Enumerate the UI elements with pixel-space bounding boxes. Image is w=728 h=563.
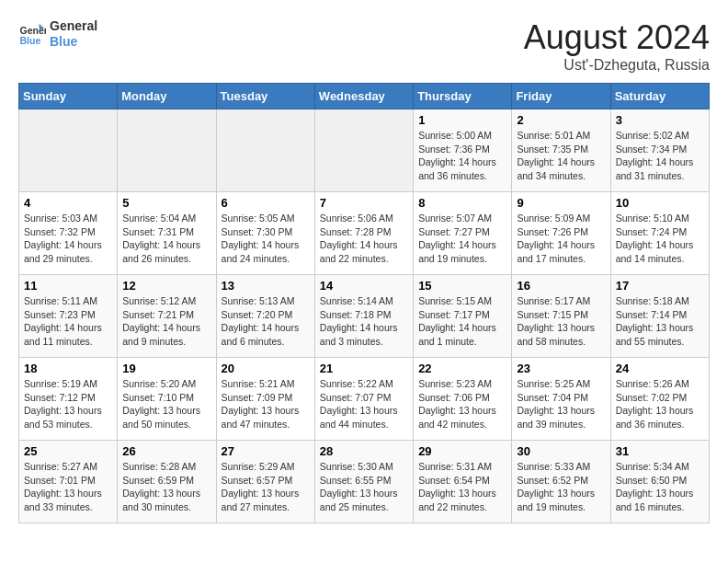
week-row-2: 4Sunrise: 5:03 AM Sunset: 7:32 PM Daylig… xyxy=(19,192,710,275)
calendar-cell: 6Sunrise: 5:05 AM Sunset: 7:30 PM Daylig… xyxy=(216,192,314,275)
day-info: Sunrise: 5:13 AM Sunset: 7:20 PM Dayligh… xyxy=(222,294,310,349)
calendar-cell: 19Sunrise: 5:20 AM Sunset: 7:10 PM Dayli… xyxy=(118,358,216,441)
logo-blue: Blue xyxy=(50,34,97,50)
calendar-cell: 25Sunrise: 5:27 AM Sunset: 7:01 PM Dayli… xyxy=(19,441,118,523)
day-info: Sunrise: 5:11 AM Sunset: 7:23 PM Dayligh… xyxy=(24,294,112,349)
day-number: 30 xyxy=(517,444,605,458)
calendar-cell: 1Sunrise: 5:00 AM Sunset: 7:36 PM Daylig… xyxy=(414,109,512,192)
calendar-cell: 15Sunrise: 5:15 AM Sunset: 7:17 PM Dayli… xyxy=(414,275,512,358)
calendar-cell: 10Sunrise: 5:10 AM Sunset: 7:24 PM Dayli… xyxy=(610,192,709,275)
calendar-cell: 22Sunrise: 5:23 AM Sunset: 7:06 PM Dayli… xyxy=(414,358,512,441)
calendar-cell: 24Sunrise: 5:26 AM Sunset: 7:02 PM Dayli… xyxy=(610,358,709,441)
dow-sunday: Sunday xyxy=(19,84,118,109)
calendar-cell xyxy=(19,109,118,192)
calendar-table: SundayMondayTuesdayWednesdayThursdayFrid… xyxy=(18,83,710,523)
day-info: Sunrise: 5:27 AM Sunset: 7:01 PM Dayligh… xyxy=(24,460,112,514)
day-number: 15 xyxy=(418,279,506,293)
day-number: 16 xyxy=(517,279,605,293)
dow-friday: Friday xyxy=(512,84,610,109)
day-number: 13 xyxy=(222,279,310,293)
day-info: Sunrise: 5:04 AM Sunset: 7:31 PM Dayligh… xyxy=(122,212,210,266)
calendar-cell: 18Sunrise: 5:19 AM Sunset: 7:12 PM Dayli… xyxy=(19,358,118,441)
calendar-cell: 28Sunrise: 5:30 AM Sunset: 6:55 PM Dayli… xyxy=(314,441,413,523)
day-number: 29 xyxy=(418,444,506,458)
day-number: 3 xyxy=(616,113,704,127)
day-info: Sunrise: 5:23 AM Sunset: 7:06 PM Dayligh… xyxy=(418,377,506,431)
day-info: Sunrise: 5:22 AM Sunset: 7:07 PM Dayligh… xyxy=(320,377,408,431)
day-number: 22 xyxy=(418,362,506,375)
day-info: Sunrise: 5:29 AM Sunset: 6:57 PM Dayligh… xyxy=(222,460,310,514)
week-row-4: 18Sunrise: 5:19 AM Sunset: 7:12 PM Dayli… xyxy=(19,358,710,441)
calendar-title: August 2024 xyxy=(524,18,710,57)
calendar-cell: 4Sunrise: 5:03 AM Sunset: 7:32 PM Daylig… xyxy=(19,192,118,275)
day-number: 2 xyxy=(517,113,605,127)
day-info: Sunrise: 5:03 AM Sunset: 7:32 PM Dayligh… xyxy=(24,212,112,266)
day-number: 24 xyxy=(616,362,704,375)
day-info: Sunrise: 5:17 AM Sunset: 7:15 PM Dayligh… xyxy=(517,294,605,349)
calendar-cell xyxy=(314,109,413,192)
calendar-cell: 20Sunrise: 5:21 AM Sunset: 7:09 PM Dayli… xyxy=(216,358,314,441)
dow-thursday: Thursday xyxy=(414,84,512,109)
calendar-cell: 3Sunrise: 5:02 AM Sunset: 7:34 PM Daylig… xyxy=(610,109,709,192)
day-number: 8 xyxy=(418,196,506,210)
calendar-cell: 26Sunrise: 5:28 AM Sunset: 6:59 PM Dayli… xyxy=(118,441,216,523)
calendar-cell: 29Sunrise: 5:31 AM Sunset: 6:54 PM Dayli… xyxy=(414,441,512,523)
day-number: 27 xyxy=(222,444,310,458)
svg-text:Blue: Blue xyxy=(20,34,41,45)
day-info: Sunrise: 5:15 AM Sunset: 7:17 PM Dayligh… xyxy=(418,294,506,349)
day-number: 4 xyxy=(24,196,112,210)
day-info: Sunrise: 5:14 AM Sunset: 7:18 PM Dayligh… xyxy=(320,294,408,349)
day-info: Sunrise: 5:19 AM Sunset: 7:12 PM Dayligh… xyxy=(24,377,112,431)
day-info: Sunrise: 5:09 AM Sunset: 7:26 PM Dayligh… xyxy=(517,212,605,266)
calendar-body: 1Sunrise: 5:00 AM Sunset: 7:36 PM Daylig… xyxy=(19,109,710,523)
day-number: 26 xyxy=(122,444,210,458)
day-number: 7 xyxy=(320,196,408,210)
day-number: 6 xyxy=(222,196,310,210)
dow-wednesday: Wednesday xyxy=(314,84,413,109)
calendar-cell: 21Sunrise: 5:22 AM Sunset: 7:07 PM Dayli… xyxy=(314,358,413,441)
title-block: August 2024 Ust'-Dzheguta, Russia xyxy=(524,18,710,74)
calendar-cell xyxy=(118,109,216,192)
calendar-cell: 5Sunrise: 5:04 AM Sunset: 7:31 PM Daylig… xyxy=(118,192,216,275)
dow-saturday: Saturday xyxy=(610,84,709,109)
day-info: Sunrise: 5:21 AM Sunset: 7:09 PM Dayligh… xyxy=(222,377,310,431)
day-number: 19 xyxy=(122,362,210,375)
day-number: 9 xyxy=(517,196,605,210)
day-info: Sunrise: 5:18 AM Sunset: 7:14 PM Dayligh… xyxy=(616,294,704,349)
calendar-cell: 9Sunrise: 5:09 AM Sunset: 7:26 PM Daylig… xyxy=(512,192,610,275)
day-info: Sunrise: 5:12 AM Sunset: 7:21 PM Dayligh… xyxy=(122,294,210,349)
day-info: Sunrise: 5:02 AM Sunset: 7:34 PM Dayligh… xyxy=(616,129,704,183)
day-info: Sunrise: 5:20 AM Sunset: 7:10 PM Dayligh… xyxy=(122,377,210,431)
day-info: Sunrise: 5:33 AM Sunset: 6:52 PM Dayligh… xyxy=(517,460,605,514)
day-info: Sunrise: 5:31 AM Sunset: 6:54 PM Dayligh… xyxy=(418,460,506,514)
calendar-cell: 27Sunrise: 5:29 AM Sunset: 6:57 PM Dayli… xyxy=(216,441,314,523)
logo-general: General xyxy=(50,18,97,34)
day-number: 31 xyxy=(616,444,704,458)
week-row-5: 25Sunrise: 5:27 AM Sunset: 7:01 PM Dayli… xyxy=(19,441,710,523)
day-number: 21 xyxy=(320,362,408,375)
day-number: 12 xyxy=(122,279,210,293)
calendar-cell: 12Sunrise: 5:12 AM Sunset: 7:21 PM Dayli… xyxy=(118,275,216,358)
calendar-cell: 30Sunrise: 5:33 AM Sunset: 6:52 PM Dayli… xyxy=(512,441,610,523)
day-info: Sunrise: 5:05 AM Sunset: 7:30 PM Dayligh… xyxy=(222,212,310,266)
day-number: 28 xyxy=(320,444,408,458)
day-number: 25 xyxy=(24,444,112,458)
day-number: 23 xyxy=(517,362,605,375)
calendar-cell: 14Sunrise: 5:14 AM Sunset: 7:18 PM Dayli… xyxy=(314,275,413,358)
logo: General Blue General Blue xyxy=(18,18,97,50)
day-number: 11 xyxy=(24,279,112,293)
calendar-cell: 7Sunrise: 5:06 AM Sunset: 7:28 PM Daylig… xyxy=(314,192,413,275)
day-number: 18 xyxy=(24,362,112,375)
calendar-cell xyxy=(216,109,314,192)
dow-tuesday: Tuesday xyxy=(216,84,314,109)
day-number: 1 xyxy=(418,113,506,127)
day-info: Sunrise: 5:06 AM Sunset: 7:28 PM Dayligh… xyxy=(320,212,408,266)
day-info: Sunrise: 5:10 AM Sunset: 7:24 PM Dayligh… xyxy=(616,212,704,266)
calendar-cell: 8Sunrise: 5:07 AM Sunset: 7:27 PM Daylig… xyxy=(414,192,512,275)
header: General Blue General Blue August 2024 Us… xyxy=(18,18,710,74)
dow-monday: Monday xyxy=(118,84,216,109)
day-info: Sunrise: 5:25 AM Sunset: 7:04 PM Dayligh… xyxy=(517,377,605,431)
day-info: Sunrise: 5:01 AM Sunset: 7:35 PM Dayligh… xyxy=(517,129,605,183)
day-info: Sunrise: 5:07 AM Sunset: 7:27 PM Dayligh… xyxy=(418,212,506,266)
days-of-week-header: SundayMondayTuesdayWednesdayThursdayFrid… xyxy=(19,84,710,109)
